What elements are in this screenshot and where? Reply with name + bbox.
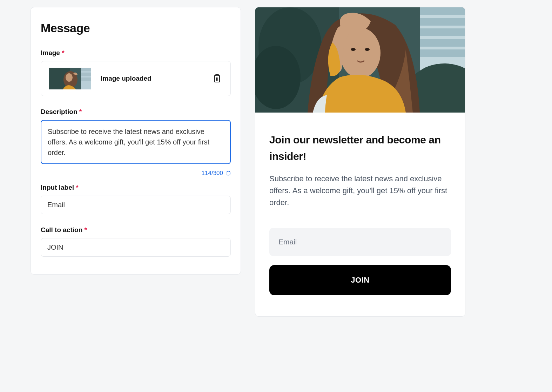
- preview-description: Subscribe to receive the latest news and…: [269, 173, 451, 209]
- svg-point-23: [351, 48, 356, 51]
- svg-rect-16: [420, 7, 465, 15]
- svg-point-24: [365, 48, 370, 51]
- preview-title: Join our newsletter and become an inside…: [269, 132, 451, 164]
- cta-input[interactable]: [41, 238, 231, 257]
- field-description: Description * 114/300: [41, 108, 231, 177]
- description-label: Description *: [41, 108, 231, 116]
- delete-image-button[interactable]: [211, 72, 223, 85]
- svg-rect-8: [215, 76, 220, 82]
- cta-label: Call to action *: [41, 226, 231, 234]
- layout: Message Image *: [31, 7, 521, 317]
- preview-cta-button[interactable]: JOIN: [269, 265, 451, 295]
- svg-rect-4: [81, 73, 91, 76]
- image-upload-status: Image uploaded: [101, 75, 202, 82]
- preview-hero-image: [255, 7, 465, 113]
- trash-icon: [213, 74, 221, 83]
- input-label-input[interactable]: [41, 196, 231, 214]
- image-upload-box: Image uploaded: [41, 61, 231, 96]
- description-counter: 114/300: [202, 170, 223, 177]
- svg-point-7: [66, 73, 73, 82]
- input-label-label: Input label *: [41, 184, 231, 191]
- editor-heading: Message: [41, 21, 231, 35]
- description-textarea[interactable]: [41, 120, 231, 164]
- svg-rect-20: [420, 49, 465, 57]
- required-mark: *: [62, 49, 64, 56]
- svg-rect-17: [420, 18, 465, 26]
- preview-email-input[interactable]: [269, 228, 451, 256]
- svg-rect-5: [81, 77, 91, 81]
- image-label: Image *: [41, 49, 231, 57]
- image-thumbnail: [49, 68, 91, 89]
- description-counter-row: 114/300: [41, 170, 231, 177]
- field-cta: Call to action *: [41, 226, 231, 257]
- svg-rect-18: [420, 28, 465, 36]
- field-image: Image *: [41, 49, 231, 96]
- svg-rect-3: [81, 68, 91, 71]
- required-mark: *: [79, 108, 82, 115]
- required-mark: *: [76, 184, 78, 191]
- preview-panel: Join our newsletter and become an inside…: [255, 7, 465, 317]
- preview-body: Join our newsletter and become an inside…: [255, 113, 465, 316]
- required-mark: *: [85, 226, 87, 234]
- field-input-label: Input label *: [41, 184, 231, 214]
- svg-rect-19: [420, 39, 465, 47]
- spinner-icon: [226, 171, 231, 176]
- editor-panel: Message Image *: [31, 7, 241, 275]
